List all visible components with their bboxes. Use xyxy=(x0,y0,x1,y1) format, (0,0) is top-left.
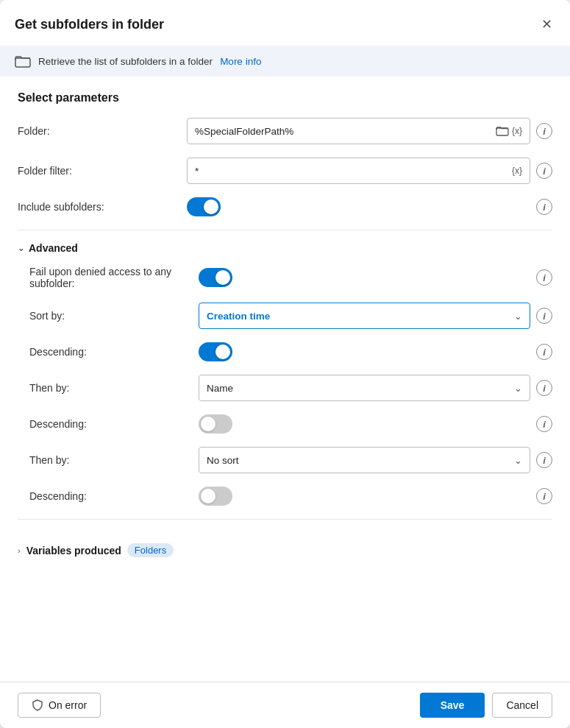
sort-by-dropdown[interactable]: Creation time ⌄ xyxy=(199,303,530,329)
include-subfolders-toggle-wrap[interactable] xyxy=(187,197,221,216)
then-by-2-info-icon[interactable]: i xyxy=(536,452,552,468)
info-banner: Retrieve the list of subfolders in a fol… xyxy=(0,46,570,77)
advanced-title: Advanced xyxy=(29,242,78,254)
fail-denied-toggle-wrap[interactable] xyxy=(199,268,232,287)
include-subfolders-info-icon[interactable]: i xyxy=(536,199,552,215)
fail-denied-toggle[interactable] xyxy=(199,268,232,287)
descending-1-toggle[interactable] xyxy=(199,342,232,361)
variables-produced-label: Variables produced xyxy=(26,545,121,556)
variable-icon-folder[interactable]: {x} xyxy=(512,126,522,136)
info-banner-text: Retrieve the list of subfolders in a fol… xyxy=(38,56,213,67)
then-by-2-control: No sort ⌄ i xyxy=(199,447,552,473)
folder-icon xyxy=(15,54,31,68)
include-subfolders-thumb xyxy=(204,199,218,214)
dialog-title: Get subfolders in folder xyxy=(15,17,164,32)
descending-1-info-icon[interactable]: i xyxy=(536,344,552,360)
descending-1-control: i xyxy=(199,342,552,361)
cancel-button[interactable]: Cancel xyxy=(492,693,552,718)
divider-advanced xyxy=(18,230,552,230)
then-by-1-info-icon[interactable]: i xyxy=(536,380,552,396)
then-by-2-chevron-icon: ⌄ xyxy=(514,455,522,466)
sort-by-info-icon[interactable]: i xyxy=(536,308,552,324)
then-by-2-value: No sort xyxy=(207,455,239,466)
folder-control-wrap: %SpecialFolderPath% {x} i xyxy=(187,118,552,144)
folder-filter-value: * xyxy=(195,166,199,177)
folder-input-icons: {x} xyxy=(496,125,522,137)
sort-by-value: Creation time xyxy=(207,311,270,322)
dialog-body: Select parameters Folder: %SpecialFolder… xyxy=(0,77,570,682)
browse-folder-icon[interactable] xyxy=(496,125,509,137)
divider-variables xyxy=(18,519,552,520)
fail-denied-thumb xyxy=(215,270,230,285)
then-by-1-label: Then by: xyxy=(29,382,199,394)
descending-2-row: Descending: i xyxy=(29,414,552,434)
descending-2-label: Descending: xyxy=(29,418,199,430)
on-error-button[interactable]: On error xyxy=(18,693,101,718)
include-subfolders-control: i xyxy=(187,197,552,216)
folder-input[interactable]: %SpecialFolderPath% {x} xyxy=(187,118,530,144)
descending-3-thumb xyxy=(201,489,215,503)
sort-by-row: Sort by: Creation time ⌄ i xyxy=(29,303,552,329)
svg-rect-1 xyxy=(496,128,508,135)
descending-1-track xyxy=(199,342,232,361)
close-button[interactable]: ✕ xyxy=(538,13,555,35)
descending-3-row: Descending: i xyxy=(29,487,552,506)
svg-rect-0 xyxy=(15,58,30,67)
dialog-footer: On error Save Cancel xyxy=(0,682,570,728)
descending-2-control: i xyxy=(199,414,552,434)
variables-produced-badge: Folders xyxy=(127,543,174,557)
descending-1-label: Descending: xyxy=(29,346,199,358)
fail-denied-control: i xyxy=(199,268,552,287)
folder-filter-control-wrap: * {x} i xyxy=(187,158,552,184)
advanced-section-header[interactable]: ⌄ Advanced xyxy=(18,242,552,254)
then-by-2-dropdown[interactable]: No sort ⌄ xyxy=(199,447,530,473)
folder-info-icon[interactable]: i xyxy=(536,123,552,139)
folder-label: Folder: xyxy=(18,125,187,137)
descending-3-control: i xyxy=(199,487,552,506)
sort-by-label: Sort by: xyxy=(29,310,199,322)
advanced-chevron-icon: ⌄ xyxy=(18,244,24,253)
footer-right-buttons: Save Cancel xyxy=(420,693,552,718)
folder-filter-info-icon[interactable]: i xyxy=(536,163,552,179)
then-by-1-value: Name xyxy=(207,383,233,394)
dialog-header: Get subfolders in folder ✕ xyxy=(0,0,570,46)
fail-denied-info-icon[interactable]: i xyxy=(536,269,552,286)
fail-denied-label: Fail upon denied access to any subfolder… xyxy=(29,266,199,289)
fail-denied-track xyxy=(199,268,232,287)
sort-by-control: Creation time ⌄ i xyxy=(199,303,552,329)
folder-filter-input[interactable]: * {x} xyxy=(187,158,530,184)
dialog: Get subfolders in folder ✕ Retrieve the … xyxy=(0,0,570,728)
folder-filter-label: Folder filter: xyxy=(18,165,187,177)
descending-1-toggle-wrap[interactable] xyxy=(199,342,232,361)
descending-2-track xyxy=(199,414,232,434)
descending-3-label: Descending: xyxy=(29,490,199,502)
descending-2-thumb xyxy=(201,417,215,431)
descending-2-info-icon[interactable]: i xyxy=(536,416,552,432)
descending-1-thumb xyxy=(215,344,230,359)
descending-2-toggle[interactable] xyxy=(199,414,232,434)
then-by-1-dropdown[interactable]: Name ⌄ xyxy=(199,375,530,401)
variables-produced-chevron-icon: › xyxy=(18,546,21,555)
variables-produced-section[interactable]: › Variables produced Folders xyxy=(18,531,552,569)
variable-icon-filter[interactable]: {x} xyxy=(512,166,522,176)
include-subfolders-track xyxy=(187,197,221,216)
advanced-content: Fail upon denied access to any subfolder… xyxy=(18,266,552,506)
close-icon: ✕ xyxy=(541,16,552,32)
descending-3-info-icon[interactable]: i xyxy=(536,488,552,504)
descending-3-toggle[interactable] xyxy=(199,487,232,506)
descending-1-row: Descending: i xyxy=(29,342,552,361)
sort-by-chevron-icon: ⌄ xyxy=(514,311,522,322)
more-info-link[interactable]: More info xyxy=(220,56,261,67)
fail-denied-row: Fail upon denied access to any subfolder… xyxy=(29,266,552,289)
save-button[interactable]: Save xyxy=(420,693,485,718)
shield-icon xyxy=(32,699,43,711)
then-by-2-label: Then by: xyxy=(29,454,199,466)
then-by-1-row: Then by: Name ⌄ i xyxy=(29,375,552,401)
descending-3-toggle-wrap[interactable] xyxy=(199,487,232,506)
on-error-label: On error xyxy=(49,699,87,711)
descending-2-toggle-wrap[interactable] xyxy=(199,414,232,434)
folder-value: %SpecialFolderPath% xyxy=(195,126,293,137)
then-by-2-row: Then by: No sort ⌄ i xyxy=(29,447,552,473)
include-subfolders-toggle[interactable] xyxy=(187,197,221,216)
include-subfolders-label: Include subfolders: xyxy=(18,201,187,213)
